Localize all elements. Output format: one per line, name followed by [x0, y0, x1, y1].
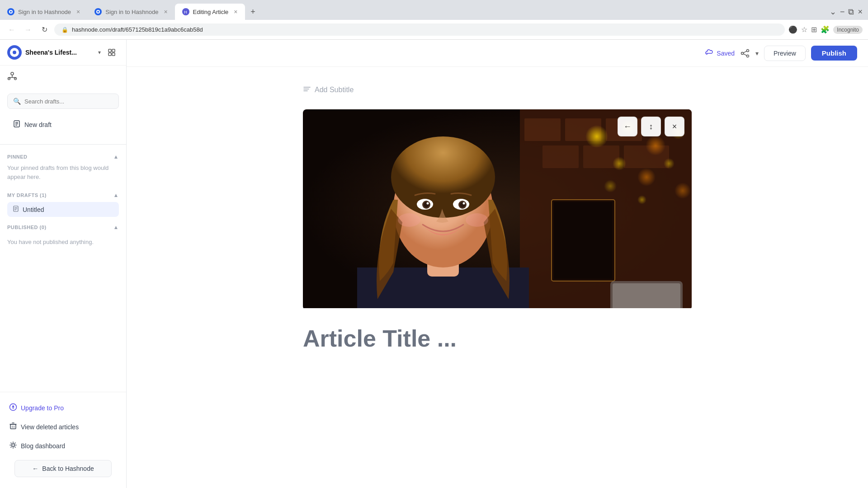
svg-point-55: [585, 125, 608, 148]
svg-point-5: [97, 11, 99, 13]
svg-point-79: [466, 213, 488, 227]
blog-dashboard-label: Blog dashboard: [21, 442, 65, 450]
lock-icon: 🔒: [61, 27, 68, 33]
resize-icon: ↕: [649, 122, 653, 131]
subtitle-bar[interactable]: Add Subtitle: [303, 85, 692, 95]
profile-icon[interactable]: ⚫: [788, 25, 797, 34]
search-box[interactable]: 🔍: [7, 94, 119, 109]
tab3-close[interactable]: ×: [234, 8, 237, 15]
gear-icon: [9, 441, 17, 451]
draft-item-untitled[interactable]: Untitled: [7, 202, 119, 217]
article-image: [303, 109, 692, 308]
svg-text:H: H: [184, 10, 187, 14]
tab1-favicon: [7, 8, 14, 15]
svg-point-63: [637, 195, 646, 204]
svg-point-39: [747, 55, 749, 57]
published-label: PUBLISHED (0): [7, 225, 47, 230]
sidebar: Sheena's Lifest... ▾ 🔍: [0, 40, 127, 488]
pinned-empty-text: Your pinned drafts from this blog would …: [7, 164, 119, 188]
svg-point-62: [675, 183, 691, 199]
sidebar-bottom: Upgrade to Pro View deleted articles Blo…: [0, 392, 126, 488]
extensions-icon[interactable]: 🧩: [821, 25, 830, 34]
tab-dropdown-icon[interactable]: ⌄: [830, 7, 836, 17]
svg-rect-10: [108, 53, 111, 56]
my-drafts-label: MY DRAFTS (1): [7, 192, 47, 198]
pinned-toggle[interactable]: ▲: [113, 154, 119, 160]
back-label: Back to Hashnode: [42, 465, 94, 472]
article-title[interactable]: Article Title ...: [303, 324, 692, 352]
grid-icon[interactable]: ⊞: [811, 25, 817, 34]
minimize-icon[interactable]: −: [840, 7, 845, 17]
saved-indicator: Saved: [705, 48, 735, 59]
back-arrow-icon: ←: [32, 465, 38, 472]
svg-point-61: [664, 158, 675, 169]
svg-point-38: [741, 52, 744, 54]
new-draft-button[interactable]: New draft: [7, 116, 119, 133]
image-back-button[interactable]: ←: [618, 117, 637, 136]
svg-line-40: [744, 51, 747, 53]
published-header: PUBLISHED (0) ▲: [7, 224, 119, 230]
browser-tab-3[interactable]: H Editing Article ×: [175, 4, 245, 20]
back-to-hashnode-button[interactable]: ← Back to Hashnode: [14, 460, 112, 477]
trash-icon: [9, 422, 17, 432]
view-deleted-button[interactable]: View deleted articles: [7, 418, 119, 436]
publish-button[interactable]: Publish: [811, 46, 857, 61]
svg-rect-50: [542, 145, 579, 168]
blog-dropdown-icon[interactable]: ▾: [98, 49, 101, 56]
image-resize-button[interactable]: ↕: [641, 117, 661, 136]
search-input[interactable]: [24, 98, 113, 105]
published-toggle[interactable]: ▲: [113, 224, 119, 230]
org-icon-area[interactable]: [0, 66, 126, 88]
svg-rect-47: [524, 118, 561, 141]
back-nav-button[interactable]: ←: [5, 23, 18, 36]
tab1-close[interactable]: ×: [76, 8, 80, 15]
upgrade-icon: [9, 403, 17, 413]
browser-chrome: Sign in to Hashnode × Sign in to Hashnod…: [0, 0, 868, 40]
reload-button[interactable]: ↻: [38, 23, 51, 36]
editor-content[interactable]: Add Subtitle: [127, 67, 868, 488]
svg-point-58: [613, 157, 626, 170]
address-bar: ← → ↻ 🔒 hashnode.com/draft/657125b819c1a…: [0, 20, 868, 40]
restore-icon[interactable]: ⧉: [848, 7, 854, 17]
new-draft-label: New draft: [24, 121, 52, 128]
new-post-icon[interactable]: [104, 45, 119, 60]
my-drafts-toggle[interactable]: ▲: [113, 192, 119, 198]
browser-tab-1[interactable]: Sign in to Hashnode ×: [0, 4, 87, 20]
svg-rect-31: [10, 424, 16, 429]
new-draft-icon: [13, 120, 21, 130]
close-icon: ×: [672, 122, 677, 131]
svg-point-2: [10, 11, 12, 13]
image-remove-button[interactable]: ×: [665, 117, 684, 136]
incognito-badge: Incognito: [833, 26, 863, 34]
upgrade-pro-button[interactable]: Upgrade to Pro: [7, 399, 119, 417]
tab2-title: Sign in to Hashnode: [105, 9, 158, 15]
tab2-close[interactable]: ×: [164, 8, 167, 15]
draft-item-label: Untitled: [23, 206, 44, 213]
draft-file-icon: [13, 206, 19, 213]
address-right-controls: ⚫ ☆ ⊞ 🧩 Incognito: [788, 25, 863, 34]
my-drafts-header: MY DRAFTS (1) ▲: [7, 192, 119, 198]
cloud-icon: [705, 48, 714, 59]
tab2-favicon: [94, 8, 102, 15]
close-window-icon[interactable]: ×: [858, 7, 863, 17]
new-tab-button[interactable]: +: [247, 5, 259, 18]
editor-area: Saved ▾ Preview Publish Add Subtitle: [127, 40, 868, 488]
browser-tab-2[interactable]: Sign in to Hashnode ×: [87, 4, 175, 20]
options-dropdown-button[interactable]: ▾: [755, 50, 759, 57]
topbar-right: Saved ▾ Preview Publish: [705, 46, 857, 61]
view-deleted-label: View deleted articles: [21, 423, 79, 431]
svg-rect-9: [112, 49, 115, 52]
blog-dashboard-button[interactable]: Blog dashboard: [7, 437, 119, 455]
published-empty-text: You have not published anything.: [7, 234, 119, 247]
svg-point-64: [604, 180, 617, 192]
url-bar[interactable]: 🔒 hashnode.com/draft/657125b819c1a9abc6c…: [54, 23, 785, 36]
search-icon: 🔍: [13, 98, 21, 105]
share-button[interactable]: [740, 48, 750, 58]
preview-button[interactable]: Preview: [764, 46, 806, 61]
bookmark-icon[interactable]: ☆: [801, 25, 807, 34]
svg-point-59: [637, 168, 656, 186]
forward-nav-button[interactable]: →: [22, 23, 34, 36]
subtitle-icon: [303, 85, 311, 95]
tab-right-controls: ⌄ − ⧉ ×: [830, 7, 868, 17]
blog-name: Sheena's Lifest...: [25, 49, 94, 56]
